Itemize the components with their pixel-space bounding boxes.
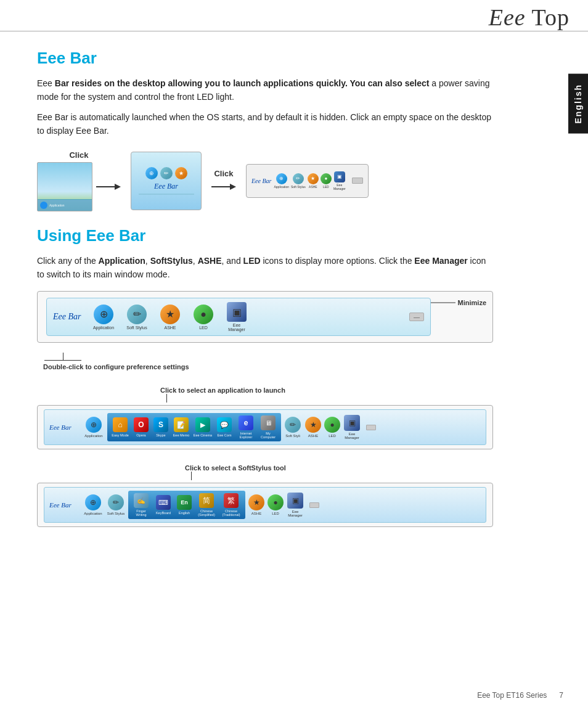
footer-page: 7: [559, 691, 563, 700]
eeemanager-icon: ▣: [227, 302, 247, 322]
logo-eee: Eee: [489, 4, 526, 30]
stylus-bar-minimize[interactable]: [309, 502, 319, 508]
chinese-traditional-icon: 繁 Chinese(Traditional): [220, 493, 242, 517]
stylus-bar-led: ● LED: [267, 494, 284, 515]
main-content: Eee Bar Eee Bar resides on the desktop a…: [0, 31, 542, 562]
app-bar-eeemanager: ▣ EeeManager: [343, 415, 361, 440]
eee-com-icon: 💬 Eee Com: [215, 417, 234, 437]
expanded-apps: ⌂ Easy Mode O Opera S Skype 📝: [107, 413, 281, 441]
click2-label: Click: [214, 169, 233, 178]
section1-para1: Eee Bar resides on the desktop allowing …: [37, 76, 493, 104]
finger-writing-icon: ✍ FingerWriting: [131, 493, 151, 517]
ashe-icon: ★: [160, 305, 180, 324]
stylus-bar-ashe: ★ ASHE: [248, 494, 265, 515]
bold-softstylus: SoftStylus: [150, 256, 193, 266]
bar-icon-application: ⊕ Application: [90, 305, 117, 330]
keyboard-icon: ⌨ KeyBoard: [153, 495, 173, 515]
bar-icon-softstylus: ✏ Soft Stylus: [123, 305, 150, 330]
application-icon: ⊕: [94, 305, 113, 324]
internet-explorer-icon: e InternetExplorer: [236, 415, 256, 439]
diagram-click-flow: Click Application: [37, 150, 493, 211]
stylus-bar-application: ⊕ Application: [83, 494, 104, 515]
section1-para2: Eee Bar is automatically launched when t…: [37, 110, 493, 138]
app-bar-application-icon: ⊕ Application: [83, 417, 105, 438]
stylus-bar-section: Click to select a SoftStylus tool Eee Ba…: [37, 464, 493, 527]
minimize-callout: Minimize: [431, 299, 486, 306]
eee-bar-diagram-box: Minimize Eee Bar ⊕ Application ✏ Soft St…: [37, 291, 493, 343]
click2-column: Click: [211, 169, 236, 193]
double-click-callout: [37, 353, 493, 361]
bar-icon-led: ● LED: [190, 305, 217, 330]
section-eee-bar: Eee Bar Eee Bar resides on the desktop a…: [37, 49, 493, 211]
eee-memo-icon: 📝 Eee Memo: [172, 417, 190, 437]
app-expanded-row: Eee Bar ⊕ Application ⌂ Easy Mode O: [44, 409, 486, 445]
app-bar-minimize[interactable]: [366, 425, 376, 430]
chinese-simplified-icon: 简 Chinese(Simplified): [195, 493, 218, 517]
app-application-icon: ⊕: [86, 417, 102, 433]
svg-marker-1: [115, 184, 121, 190]
app-bar-section: Click to select an application to launch…: [37, 387, 493, 449]
eee-bar-expanded-small: Eee Bar ⊕ Application ✏ Soft Stylus ★ AS…: [246, 164, 369, 198]
bold-ashe: ASHE: [198, 256, 222, 266]
bold-eeemanager: Eee Manager: [414, 256, 467, 266]
skype-icon: S Skype: [152, 417, 169, 437]
app-callout: Click to select an application to launch: [160, 387, 493, 403]
bold-led: LED: [243, 256, 261, 266]
my-computer-icon: 🖥 MyComputer: [258, 415, 278, 439]
bar-icon-eeemanager: ▣ EeeManager: [223, 302, 250, 332]
app-bar-led: ● LED: [324, 417, 340, 438]
stylus-bar-container: Eee Bar ⊕ Application ✏ Soft Stylus: [37, 483, 493, 527]
app-bar-logo: Eee Bar: [49, 424, 80, 431]
stylus-callout: Click to select a SoftStylus tool: [185, 464, 493, 480]
eee-bar-full-row: Eee Bar ⊕ Application ✏ Soft Stylus ★: [46, 298, 431, 336]
para1-start: Eee: [37, 78, 55, 88]
section-title-eee-bar: Eee Bar: [37, 49, 493, 68]
stylus-bar-eeemanager: ▣ EeeManager: [286, 493, 304, 517]
arrow1: [96, 181, 121, 193]
app-bar-container: Eee Bar ⊕ Application ⌂ Easy Mode O: [37, 405, 493, 449]
expanded-stylus-tools: ✍ FingerWriting ⌨ KeyBoard En English: [128, 491, 245, 519]
stylus-bar-row: Eee Bar ⊕ Application ✏ Soft Stylus: [44, 487, 486, 523]
easy-mode-icon: ⌂ Easy Mode: [110, 417, 130, 437]
click1-column: Click Application: [37, 150, 121, 211]
opera-icon: O Opera: [133, 417, 150, 437]
bold-application: Application: [99, 256, 145, 266]
logo-top: Top: [526, 4, 570, 30]
svg-marker-3: [230, 184, 236, 190]
minimize-callout-line: [431, 299, 455, 306]
minimize-button[interactable]: —: [409, 313, 424, 321]
footer: Eee Top ET16 Series 7: [477, 691, 563, 700]
footer-product: Eee Top ET16 Series: [477, 691, 547, 700]
english-icon: En English: [176, 495, 193, 515]
logo: Eee Top: [489, 4, 570, 31]
para1-bold: Bar resides on the desktop allowing you …: [55, 78, 430, 88]
minimize-label: Minimize: [458, 299, 486, 306]
section-title-using: Using Eee Bar: [37, 226, 493, 245]
softstylus-icon: ✏: [127, 305, 147, 324]
bar-icon-ashe: ★ ASHE: [157, 305, 184, 330]
eeebar-logo: Eee Bar: [53, 312, 84, 322]
section2-para: Click any of the Application, SoftStylus…: [37, 254, 493, 282]
stylus-bar-logo: Eee Bar: [49, 501, 80, 509]
app-bar-softstylus: ✏ Soft Styli: [284, 417, 302, 438]
arrow2: [211, 181, 236, 193]
double-click-label: Double-click to configure preference set…: [43, 361, 493, 372]
eee-cinema-icon: ▶ Eee Cinema: [193, 417, 213, 437]
app-bar-ashe: ★ ASHE: [304, 417, 322, 438]
header: Eee Top: [0, 0, 588, 31]
eee-bar-popup: ⊕ ✏ ★ Eee Bar: [131, 152, 202, 210]
eee-bar-full-diagram: Minimize Eee Bar ⊕ Application ✏ Soft St…: [37, 291, 493, 372]
click1-label: Click: [69, 150, 88, 160]
section-using-eee-bar: Using Eee Bar Click any of the Applicati…: [37, 226, 493, 528]
led-icon: ●: [194, 305, 213, 324]
stylus-bar-softstylus: ✏ Soft Stylus: [106, 494, 126, 515]
english-tab: English: [568, 74, 588, 134]
mini-desktop: Application: [37, 162, 92, 211]
